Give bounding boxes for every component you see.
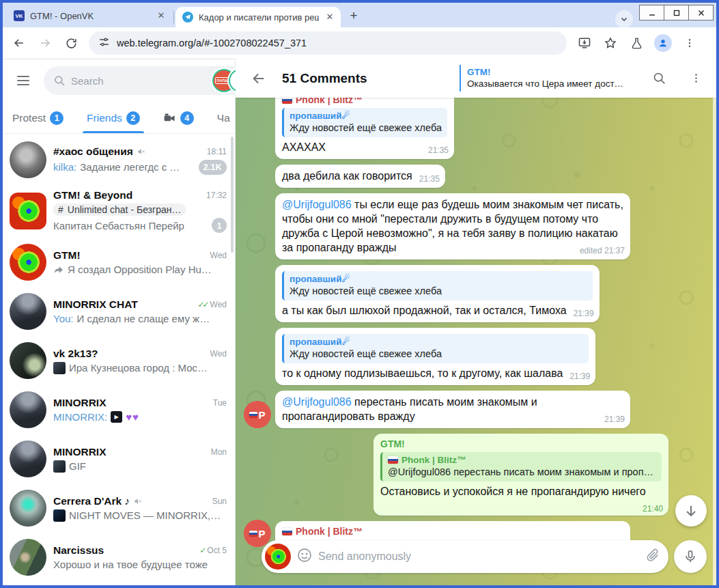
reply-quote[interactable]: пропавший☄ Жду новостей ещё свежее хлеба [282, 334, 589, 363]
chat-avatar [10, 490, 46, 527]
chat-item-cerrera[interactable]: Cerrera D'Ark ♪ Sun NIGHT MOVES — MINORR… [3, 484, 235, 533]
russia-flag-icon [282, 528, 292, 535]
tab-friends[interactable]: Friends2 [84, 102, 143, 133]
address-bar[interactable]: web.telegram.org/a/#-1002708022457_371 [89, 31, 567, 55]
scroll-to-bottom-button[interactable] [675, 495, 707, 527]
reload-icon[interactable] [63, 35, 79, 51]
read-tick: ✓ [199, 546, 204, 555]
attach-paperclip-icon[interactable] [645, 548, 660, 565]
minimize-button[interactable] [639, 5, 664, 20]
message[interactable]: @Urijfogul086 ты если еще раз будешь мои… [244, 193, 708, 260]
folder-tabs: Protest1 Friends2 4 Ча [3, 102, 235, 134]
video-thumbnail: ▶ [111, 411, 122, 423]
sender-name[interactable]: GTM! [380, 438, 662, 450]
browser-menu-icon[interactable] [681, 35, 698, 51]
muted-icon [133, 496, 143, 506]
pinned-post[interactable]: GTM! Оказывается что Цера имеет дост… [460, 65, 636, 92]
user-mention[interactable]: @Urijfogul086 [282, 199, 352, 210]
comments-title: 51 Comments [282, 71, 367, 86]
own-message[interactable]: GTM! Phonk | Blitz™ @Urijfogul086 перест… [244, 434, 708, 516]
reply-quote[interactable]: пропавший☄ Жду новостей ещё свежее хлеба [282, 108, 447, 137]
chat-item-gtm[interactable]: GTM! Wed Я создал Opposition Play Hu… [3, 238, 235, 287]
message[interactable]: пропавший☄ Жду новостей ещё свежее хлеба… [244, 265, 708, 322]
chat-avatar [10, 244, 46, 281]
media-thumbnail [53, 362, 66, 374]
tab-openvk[interactable]: VK GTM! - OpenVK ✕ [7, 4, 172, 27]
url-text: web.telegram.org/a/#-1002708022457_371 [117, 38, 307, 48]
russia-flag-icon [388, 456, 398, 464]
messages-scrollbar[interactable] [713, 59, 716, 585]
emoji-icon[interactable] [296, 547, 313, 566]
chat-item-narcissus[interactable]: Narcissus ✓Oct 5 Хорошо и на твое будуще… [3, 533, 235, 582]
chat-avatar [10, 440, 46, 477]
tab-chats[interactable]: Ча [214, 102, 233, 133]
search-icon[interactable] [645, 65, 673, 92]
forward-arrow-icon [53, 264, 64, 275]
close-tab-icon[interactable]: ✕ [156, 10, 167, 21]
chat-item-minorrix-2[interactable]: MINORRIX Mon GIF [3, 434, 235, 484]
tab-title: GTM! - OpenVK [30, 11, 150, 21]
back-icon[interactable] [11, 35, 27, 51]
read-ticks: ✓✓ [197, 300, 207, 309]
message-input[interactable] [318, 550, 640, 563]
camcorder-icon [163, 111, 176, 124]
tab-separator [173, 11, 174, 23]
bookmark-star-icon[interactable] [602, 35, 619, 51]
unread-badge: 2.1K [199, 160, 227, 175]
profile-avatar[interactable] [654, 34, 672, 52]
telegram-favicon [182, 12, 193, 23]
message[interactable]: пропавший☄ Жду новостей ещё свежее хлеба… [244, 328, 708, 385]
maximize-button[interactable] [664, 5, 689, 20]
experiments-flask-icon[interactable] [628, 35, 645, 51]
new-tab-button[interactable]: + [345, 7, 363, 25]
browser-tab-strip: VK GTM! - OpenVK ✕ Кадор и писатели прот… [3, 3, 716, 27]
more-menu-icon[interactable] [682, 65, 709, 92]
chat-list: #хаос общения 18:11 kilka:Задание легегд… [3, 134, 235, 585]
tab-telegram[interactable]: Кадор и писатели против реше ✕ [175, 7, 341, 27]
tab-search-button[interactable] [615, 10, 633, 28]
messages-scroll-area[interactable]: Phonk | Blitz™ пропавший☄ Жду новостей е… [244, 98, 708, 585]
russia-flag-icon [249, 412, 257, 418]
russia-flag-icon [282, 98, 292, 104]
forward-icon[interactable] [37, 35, 53, 51]
anonymous-avatar[interactable] [265, 544, 291, 570]
sender-name[interactable]: Phonk | Blitz™ [282, 525, 623, 537]
close-tab-icon[interactable]: ✕ [324, 12, 335, 23]
site-info-icon[interactable] [98, 36, 110, 51]
tab-protest[interactable]: Protest1 [10, 102, 66, 133]
message-composer[interactable] [262, 540, 668, 573]
message-time: 21:39 [604, 415, 625, 423]
arrow-down-icon [683, 503, 699, 518]
voice-record-button[interactable] [674, 540, 707, 573]
search-input[interactable] [71, 75, 207, 87]
reply-quote[interactable]: Phonk | Blitz™ @Urijfogul086 перестань п… [380, 452, 662, 481]
topic-chip: #Unlimited chat - Безгран… [53, 204, 186, 216]
sender-avatar[interactable]: P [244, 520, 271, 547]
sender-name[interactable]: Phonk | Blitz™ [282, 98, 447, 106]
chat-avatar [10, 193, 46, 229]
reply-quote[interactable]: пропавший☄ Жду новостей ещё свежее хлеба [282, 271, 593, 300]
chat-item-minorrix-chat[interactable]: MINORRIX CHAT ✓✓Wed You:И сделал не слащ… [3, 287, 235, 336]
message-time: edited 21:37 [580, 247, 625, 255]
message[interactable]: два дебила как говорится21:35 [244, 165, 708, 188]
menu-hamburger-icon[interactable] [10, 67, 37, 94]
sidebar-scrollbar[interactable] [231, 137, 234, 253]
tab-title: Кадор и писатели против реше [199, 12, 319, 23]
chat-avatar [10, 141, 46, 178]
message[interactable]: P @Urijfogul086 перестань писать моим зн… [244, 391, 708, 428]
chat-item-chaos[interactable]: #хаос общения 18:11 kilka:Задание легегд… [3, 135, 235, 184]
message[interactable]: Phonk | Blitz™ пропавший☄ Жду новостей е… [244, 98, 708, 159]
chat-avatar [10, 539, 46, 576]
media-thumbnail [53, 509, 66, 522]
chat-item-gtm-beyond[interactable]: GTM! & Beyond 17:32 #Unlimited chat - Бе… [3, 184, 235, 238]
install-icon[interactable] [576, 35, 593, 51]
chat-item-vk2k13[interactable]: vk 2k13? Wed Ира Кузнецова город : Мос… [3, 336, 235, 385]
chat-item-minorrix-1[interactable]: MINORRIX Tue MINORRIX:▶♥♥ [3, 385, 235, 434]
tab-video[interactable]: 4 [160, 102, 197, 133]
back-icon[interactable] [245, 65, 272, 92]
sender-avatar[interactable]: P [244, 401, 271, 428]
close-window-button[interactable] [688, 5, 714, 20]
muted-icon [137, 147, 146, 156]
browser-window: VK GTM! - OpenVK ✕ Кадор и писатели прот… [0, 0, 719, 588]
user-mention[interactable]: @Urijfogul086 [282, 396, 352, 408]
